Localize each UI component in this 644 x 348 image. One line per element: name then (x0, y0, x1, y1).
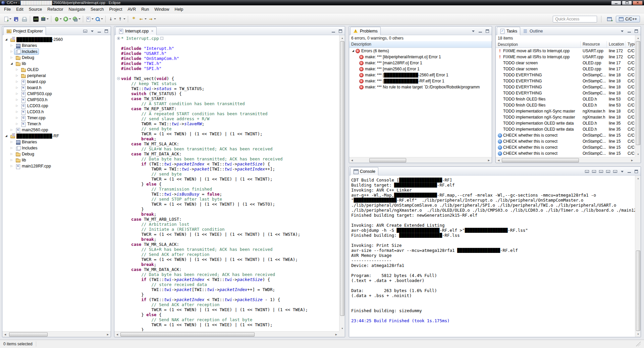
code-text[interactable]: #include "SPI.h" (121, 66, 161, 71)
code-text[interactable]: // keep TWI status (121, 81, 177, 86)
code-text[interactable]: if (TWI::twi->packetIndex < TWI::twi->pa… (121, 161, 270, 166)
code-text[interactable]: // Send ACK after reception (121, 302, 220, 307)
minimize-panel-button[interactable] (478, 29, 483, 33)
menu-item-project[interactable]: Project (107, 6, 125, 13)
problem-row[interactable]: ×make: *** [████████████-RF.elf] Error 1 (349, 78, 492, 84)
menu-item-source[interactable]: Source (26, 6, 45, 13)
code-text[interactable]: TWCR = (1 << TWEN) | (1 << TWIE) | (1 <<… (121, 131, 262, 136)
collapse-arrow-icon[interactable]: ◢ (4, 133, 9, 139)
code-text[interactable]: // send byte (121, 171, 182, 177)
scroll-down-arrow[interactable]: ▼ (635, 151, 641, 157)
menu-item-help[interactable]: Help (172, 6, 186, 13)
code-text[interactable]: TWCR = (1 << TWEN) | (1 << TWIE) | (1 <<… (121, 232, 300, 237)
scroll-up-arrow[interactable]: ▲ (339, 35, 345, 41)
tree-item[interactable]: ▷main2560.cpp (2, 127, 111, 133)
minimize-panel-button[interactable] (627, 169, 632, 174)
task-row[interactable]: TODO implementation ngX-Sync masterngXma… (496, 108, 635, 114)
expand-arrow-icon[interactable]: ▷ (14, 85, 19, 91)
quick-access-input[interactable] (553, 16, 597, 22)
task-row[interactable]: ?CHECK whether this is correctOnStampC..… (496, 150, 635, 156)
code-text[interactable]: } (121, 292, 144, 297)
expand-arrow-icon[interactable]: ▷ (9, 139, 14, 145)
scroll-left-arrow[interactable]: ◀ (114, 332, 120, 337)
tree-item[interactable]: ▷Timer.h (2, 121, 111, 127)
task-row[interactable]: !FIXME move all ISRs to Interrupt.cppUSA… (496, 48, 635, 54)
clear-console-button[interactable] (584, 169, 590, 174)
menu-item-navigate[interactable]: Navigate (66, 6, 88, 13)
task-row[interactable]: TODO EVERYTHINGOnStampC...line 18C/C+... (496, 72, 635, 78)
code-text[interactable]: TWDR = TWI::twi->packet[TWI::twi->packet… (121, 166, 275, 171)
code-text[interactable]: } (121, 207, 144, 212)
search-button[interactable] (94, 15, 104, 23)
minimize-editor-button[interactable] (331, 29, 336, 33)
code-text[interactable]: #include "OnStampCom.h" (121, 56, 179, 61)
menu-item-run[interactable]: Run (139, 6, 152, 13)
code-text[interactable]: #include "Interupt.h" (121, 46, 174, 51)
task-row[interactable]: TODO implementation OLED write dataOLED.… (496, 120, 635, 126)
expand-arrow-icon[interactable]: ▷ (14, 115, 19, 121)
code-text[interactable]: // Send NAK after reception of last byte (121, 317, 252, 322)
code-text[interactable]: // send STOP after last byte (121, 197, 222, 202)
code-text[interactable]: // Initiate a (RE)START condition (121, 227, 225, 232)
view-menu-button[interactable] (471, 29, 476, 33)
code-text[interactable]: TWCR = (1 << TWEN) | (1 << TWINT) | (1 <… (121, 202, 275, 207)
column-header-type[interactable]: Type (626, 41, 635, 48)
expand-arrow-icon[interactable]: ▷ (14, 79, 19, 85)
close-window-button[interactable]: ✕ (633, 1, 643, 5)
problem-row[interactable]: ×make: *** [████████████-2560.elf] Error… (349, 72, 492, 78)
problem-row[interactable]: ×make: *** [lib/peripheral/Interrupt.o] … (349, 54, 492, 60)
hscrollbar-thumb[interactable] (369, 158, 406, 162)
scroll-down-arrow[interactable]: ▼ (339, 326, 345, 331)
tree-item[interactable]: ▷CMPS03.h (2, 97, 111, 103)
task-row[interactable]: TODO finish OLED filesOLED.hline 53C/C+.… (496, 102, 635, 108)
scroll-right-arrow[interactable]: ▶ (629, 157, 635, 163)
word-wrap-button[interactable] (598, 169, 604, 174)
expand-arrow-icon[interactable]: ▷ (9, 55, 14, 61)
code-text[interactable]: // Arbitration lost (121, 222, 189, 227)
forward-button[interactable] (147, 15, 157, 23)
problem-row[interactable]: ×make: *** [main2560.o] Error 1 (349, 66, 492, 72)
previous-annotation-button[interactable] (117, 15, 126, 23)
tasks-hscrollbar[interactable]: ◀ ▶ (496, 157, 635, 163)
code-text[interactable]: * Interrupt.cpp (121, 36, 163, 41)
code-text[interactable]: } else { (121, 182, 161, 187)
save-button[interactable] (12, 15, 20, 23)
code-text[interactable]: // Data byte has been received; ACK has … (121, 272, 275, 277)
task-row[interactable]: ?CHECK whether this is correctOnStampC..… (496, 132, 635, 138)
tab-problems[interactable]: Problems (350, 27, 381, 35)
code-text[interactable]: case TW_MT_ARB_LOST: (121, 217, 182, 222)
task-row[interactable]: TODO implementation ngX-Sync masterngXma… (496, 114, 635, 120)
tree-item[interactable]: ◢████████████-RF (2, 133, 111, 139)
pin-console-button[interactable] (605, 169, 611, 174)
tree-item[interactable]: ▷lib (2, 157, 111, 163)
collapse-arrow-icon[interactable]: ◢ (4, 37, 9, 43)
tree-item[interactable]: ▷main128RF.cpp (2, 163, 111, 169)
column-header-resource[interactable]: Resource (581, 41, 607, 48)
fold-expand-icon[interactable] (116, 36, 121, 41)
tree-item[interactable]: ▷CMPS03.cpp (2, 91, 111, 97)
code-text[interactable]: TWI::twi->packet[TWI::twi->packetIndex++… (121, 287, 275, 292)
collapse-arrow-icon[interactable]: ◢ (9, 61, 14, 67)
collapse-arrow-icon[interactable]: ◢ (351, 48, 356, 54)
code-text[interactable]: // Send ACK after reception (121, 252, 209, 257)
new-wizard-button[interactable] (3, 15, 12, 23)
minimize-window-button[interactable] (611, 1, 621, 5)
avr-device-button[interactable] (32, 15, 40, 23)
problems-group-row[interactable]: ◢×Errors (6 items) (349, 48, 492, 54)
editor-vscrollbar[interactable]: ▲ ▼ (339, 35, 345, 331)
code-text[interactable]: // store received data (121, 282, 207, 287)
code-text[interactable]: case TW_START: (121, 96, 166, 101)
fold-collapse-icon[interactable] (116, 76, 121, 81)
menu-item-window[interactable]: Window (152, 6, 172, 13)
code-text[interactable]: TWI::twi->isBusBusy = false; (121, 192, 222, 197)
code-text[interactable]: // SLA+R has been transmitted; ACK has b… (121, 247, 273, 252)
code-text[interactable]: // send slave address + R/W (121, 116, 209, 121)
tree-item[interactable]: ▷peripheral (2, 73, 111, 79)
code-text[interactable]: TWCR = (1 << TWEN) | (1 << TWIE) | (1 <<… (121, 257, 298, 262)
maximize-editor-button[interactable] (338, 29, 343, 33)
tree-item[interactable]: ▷LCD03.h (2, 109, 111, 115)
tree-item[interactable]: ▷Debug (2, 55, 111, 61)
expand-arrow-icon[interactable]: ▷ (9, 163, 14, 169)
code-text[interactable]: } else { (121, 312, 161, 317)
menu-item-avr[interactable]: AVR (125, 6, 139, 13)
